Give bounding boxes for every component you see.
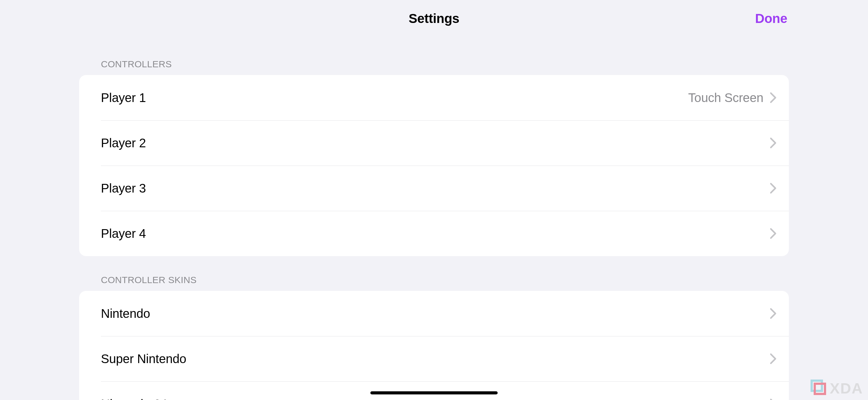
row-label: Nintendo 64 [101,397,764,400]
row-detail: Touch Screen [688,91,764,105]
chevron-right-icon [770,183,776,194]
row-label: Player 4 [101,227,764,241]
chevron-right-icon [770,138,776,148]
row-skin-nintendo-64[interactable]: Nintendo 64 [79,381,789,400]
row-label: Player 1 [101,91,688,105]
skins-group: Nintendo Super Nintendo Nintendo 64 [79,291,789,400]
watermark-logo-icon [811,379,827,397]
row-label: Super Nintendo [101,352,764,366]
row-player-3[interactable]: Player 3 [79,166,789,211]
row-skin-nintendo[interactable]: Nintendo [79,291,789,336]
chevron-right-icon [770,308,776,319]
row-player-4[interactable]: Player 4 [79,211,789,256]
settings-content: CONTROLLERS Player 1 Touch Screen Player… [0,37,868,400]
page-title: Settings [408,11,459,26]
chevron-right-icon [770,399,776,400]
row-label: Player 2 [101,136,764,150]
chevron-right-icon [770,92,776,103]
row-skin-super-nintendo[interactable]: Super Nintendo [79,336,789,381]
chevron-right-icon [770,354,776,364]
section-header-skins: CONTROLLER SKINS [79,256,789,291]
row-label: Player 3 [101,181,764,195]
done-button[interactable]: Done [755,11,787,26]
row-label: Nintendo [101,307,764,321]
watermark: XDA [811,379,863,397]
watermark-text: XDA [830,380,863,397]
chevron-right-icon [770,228,776,239]
home-indicator[interactable] [370,391,498,394]
row-player-2[interactable]: Player 2 [79,120,789,166]
navigation-bar: Settings Done [0,0,868,37]
controllers-group: Player 1 Touch Screen Player 2 Player 3 … [79,75,789,256]
row-player-1[interactable]: Player 1 Touch Screen [79,75,789,120]
section-header-controllers: CONTROLLERS [79,37,789,75]
